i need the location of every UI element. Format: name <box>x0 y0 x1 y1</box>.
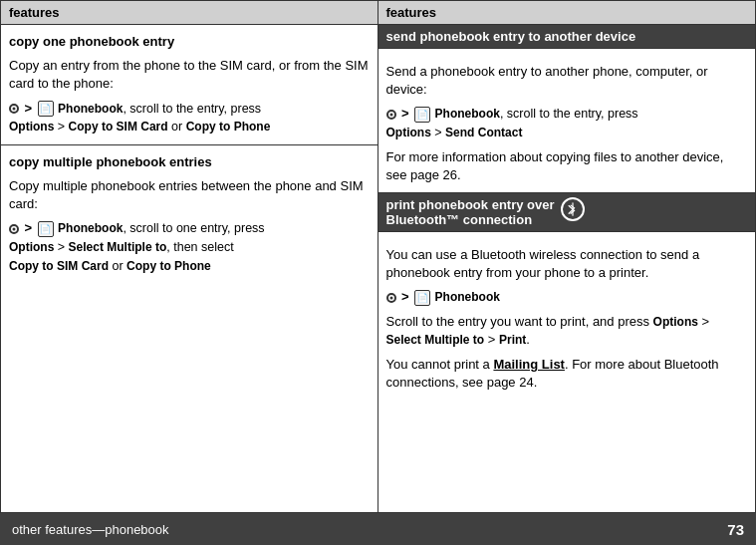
bluetooth-icon <box>561 197 585 221</box>
footer-page-number: 73 <box>727 521 744 538</box>
left-section-1: copy one phonebook entry Copy an entry f… <box>1 25 378 145</box>
main-content: features copy one phonebook entry Copy a… <box>0 0 756 513</box>
right-section-1-body: Send a phonebook entry to another phone,… <box>378 49 756 192</box>
left-section-1-title: copy one phonebook entry <box>9 33 370 51</box>
right-col-sections: features send phonebook entry to another… <box>378 1 756 512</box>
right-section-1-title: send phonebook entry to another device <box>386 29 636 44</box>
nav-dot-icon-2 <box>9 224 19 234</box>
right-header-label: features <box>386 5 437 20</box>
left-header-label: features <box>9 5 60 20</box>
right-section-2-body3: You cannot print a Mailing List. For mor… <box>386 356 748 392</box>
left-section-2-title: copy multiple phonebook entries <box>9 153 370 171</box>
footer-label: other features—phonebook <box>12 522 169 537</box>
nav-dot-icon-3 <box>386 110 396 120</box>
left-section-2: copy multiple phonebook entries Copy mul… <box>1 145 378 283</box>
phonebook-icon-1: 📄 <box>38 101 54 117</box>
left-section-1-instruction: > 📄 Phonebook, scroll to the entry, pres… <box>9 100 370 136</box>
right-section-2-instruction: > 📄 Phonebook <box>386 288 748 307</box>
left-column: features copy one phonebook entry Copy a… <box>1 1 378 512</box>
right-section-2-title-text: print phonebook entry over Bluetooth™ co… <box>386 197 555 227</box>
right-section-1-instruction: > 📄 Phonebook, scroll to the entry, pres… <box>386 105 748 141</box>
right-section-1-body1: Send a phonebook entry to another phone,… <box>386 63 748 99</box>
right-section-2-header: print phonebook entry over Bluetooth™ co… <box>378 193 756 232</box>
footer-bar: other features—phonebook 73 <box>0 513 756 545</box>
page-wrapper: features copy one phonebook entry Copy a… <box>0 0 756 545</box>
right-section-2-body: You can use a Bluetooth wireless connect… <box>378 232 756 400</box>
print-header-row: print phonebook entry over Bluetooth™ co… <box>386 197 585 227</box>
right-section-2: print phonebook entry over Bluetooth™ co… <box>378 193 756 512</box>
left-section-1-body1: Copy an entry from the phone to the SIM … <box>9 57 370 93</box>
phonebook-icon-3: 📄 <box>414 107 430 123</box>
right-section-1-header: send phonebook entry to another device <box>378 25 756 49</box>
nav-dot-icon-4 <box>386 293 396 303</box>
right-section-2-body2: Scroll to the entry you want to print, a… <box>386 313 748 349</box>
phonebook-icon-2: 📄 <box>38 221 54 237</box>
right-section-1-body2: For more information about copying files… <box>386 148 748 184</box>
left-section-2-instruction: > 📄 Phonebook, scroll to one entry, pres… <box>9 219 370 275</box>
left-header: features <box>1 1 378 25</box>
right-header: features <box>378 1 756 25</box>
right-section-2-body1: You can use a Bluetooth wireless connect… <box>386 246 748 282</box>
nav-dot-icon <box>9 104 19 114</box>
right-section-1: send phonebook entry to another device S… <box>378 25 756 193</box>
phonebook-icon-4: 📄 <box>414 290 430 306</box>
right-column: features send phonebook entry to another… <box>378 1 756 512</box>
left-section-2-body1: Copy multiple phonebook entries between … <box>9 177 370 213</box>
